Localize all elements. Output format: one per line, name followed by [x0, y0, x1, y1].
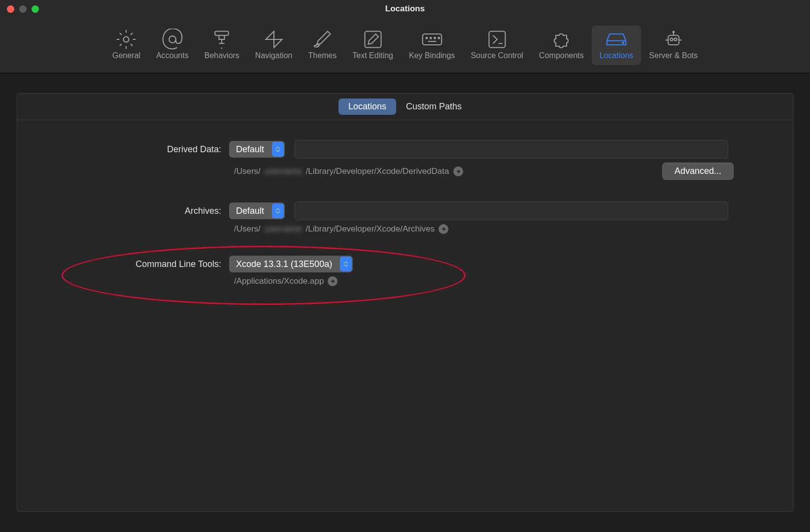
svg-point-1	[169, 36, 176, 43]
close-button[interactable]	[7, 5, 14, 13]
tab-label: Behaviors	[204, 51, 239, 60]
sub-tabs: Locations Custom Paths	[17, 94, 793, 120]
redacted-username: username	[265, 166, 302, 176]
tab-locations[interactable]: Locations	[592, 26, 641, 65]
svg-point-0	[124, 37, 129, 42]
tab-label: Locations	[600, 51, 634, 60]
reveal-in-finder-icon[interactable]	[328, 276, 338, 286]
svg-point-8	[438, 37, 439, 39]
behaviors-icon	[211, 31, 233, 48]
archives-label: Archives:	[32, 206, 229, 216]
tab-label: Server & Bots	[649, 51, 698, 60]
tab-label: Components	[539, 51, 584, 60]
gear-icon	[115, 31, 137, 48]
derived-data-path: /Users/username/Library/Developer/Xcode/…	[234, 166, 463, 176]
subtab-custom-paths[interactable]: Custom Paths	[396, 99, 472, 115]
tab-label: Source Control	[471, 51, 523, 60]
navigation-icon	[263, 31, 285, 48]
disk-icon	[606, 31, 627, 48]
svg-point-12	[622, 42, 624, 44]
brush-icon	[311, 31, 333, 48]
svg-point-5	[426, 37, 427, 39]
traffic-lights	[0, 5, 39, 13]
derived-data-dropdown[interactable]: Default	[229, 141, 285, 158]
tab-behaviors[interactable]: Behaviors	[197, 26, 247, 65]
tab-general[interactable]: General	[104, 26, 148, 65]
svg-rect-2	[215, 32, 229, 35]
redacted-username: username	[265, 224, 302, 234]
annotation-highlight	[62, 246, 466, 305]
edit-icon	[362, 31, 384, 48]
tab-server-bots[interactable]: Server & Bots	[641, 26, 706, 65]
preferences-toolbar: General Accounts Behaviors Navigation Th…	[0, 18, 810, 73]
svg-rect-13	[668, 35, 679, 45]
archives-path: /Users/username/Library/Developer/Xcode/…	[234, 224, 448, 234]
at-icon	[162, 31, 183, 48]
tab-label: Key Bindings	[409, 51, 455, 60]
derived-data-label: Derived Data:	[32, 144, 229, 155]
cmd-line-tools-label: Command Line Tools:	[32, 259, 229, 269]
subtab-locations[interactable]: Locations	[338, 99, 396, 115]
svg-rect-3	[365, 32, 381, 48]
svg-point-6	[430, 37, 432, 39]
robot-icon	[663, 31, 684, 48]
dropdown-value: Default	[229, 203, 271, 219]
chevron-updown-icon	[272, 203, 284, 218]
minimize-button[interactable]	[19, 5, 27, 13]
svg-point-15	[674, 38, 677, 41]
cmd-line-tools-dropdown[interactable]: Xcode 13.3.1 (13E500a)	[229, 256, 353, 272]
tab-label: Navigation	[255, 51, 293, 60]
titlebar: Locations	[0, 0, 810, 18]
maximize-button[interactable]	[32, 5, 39, 13]
archives-path-input[interactable]	[295, 201, 728, 220]
archives-dropdown[interactable]: Default	[229, 202, 285, 219]
tab-navigation[interactable]: Navigation	[247, 26, 301, 65]
tab-themes[interactable]: Themes	[300, 26, 344, 65]
locations-panel: Locations Custom Paths Derived Data: Def…	[17, 93, 793, 512]
svg-rect-4	[422, 34, 441, 45]
tab-label: Themes	[308, 51, 337, 60]
tab-components[interactable]: Components	[531, 26, 592, 65]
svg-point-17	[673, 32, 674, 33]
dropdown-value: Default	[229, 142, 271, 157]
svg-point-7	[434, 37, 436, 39]
tab-key-bindings[interactable]: Key Bindings	[401, 26, 463, 65]
reveal-in-finder-icon[interactable]	[453, 166, 463, 176]
tab-text-editing[interactable]: Text Editing	[344, 26, 401, 65]
window-title: Locations	[385, 4, 425, 14]
reveal-in-finder-icon[interactable]	[439, 224, 448, 234]
puzzle-icon	[550, 31, 572, 48]
advanced-button[interactable]: Advanced...	[662, 163, 734, 180]
tab-accounts[interactable]: Accounts	[148, 26, 197, 65]
tab-source-control[interactable]: Source Control	[463, 26, 531, 65]
tab-label: Accounts	[156, 51, 189, 60]
keyboard-icon	[421, 31, 443, 48]
derived-data-path-input[interactable]	[295, 140, 728, 159]
tab-label: General	[112, 51, 140, 60]
tab-label: Text Editing	[352, 51, 393, 60]
source-control-icon	[486, 31, 508, 48]
dropdown-value: Xcode 13.3.1 (13E500a)	[229, 257, 339, 272]
chevron-updown-icon	[272, 142, 284, 157]
chevron-updown-icon	[340, 257, 352, 271]
svg-point-14	[670, 38, 673, 41]
cmd-line-tools-path: /Applications/Xcode.app	[234, 276, 338, 286]
